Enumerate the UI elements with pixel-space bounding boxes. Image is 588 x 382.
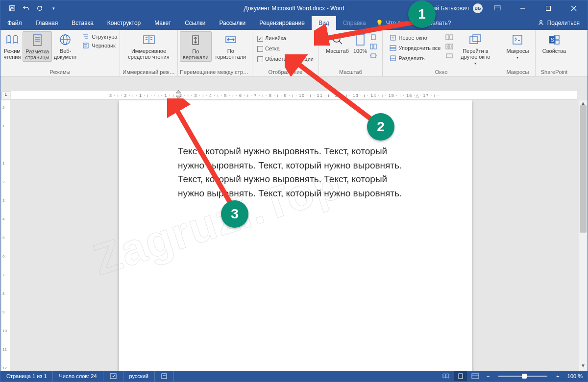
horizontal-page-button[interactable]: По горизонтали <box>212 31 250 61</box>
zoom-slider[interactable] <box>498 376 547 377</box>
views-group-label: Режимы <box>50 69 71 76</box>
annotation-3: 3 <box>221 200 248 228</box>
svg-rect-1 <box>11 6 13 8</box>
sharepoint-icon: S <box>547 32 562 47</box>
zoom-slider-knob[interactable] <box>522 374 527 379</box>
word-count[interactable]: Число слов: 24 <box>53 371 103 382</box>
immersive-reader-button[interactable]: Иммерсивное средство чтения <box>122 31 175 61</box>
ruler-checkbox[interactable]: ✓Линейка <box>256 34 315 43</box>
macros-button[interactable]: Макросы▾ <box>505 31 531 62</box>
properties-button[interactable]: S Свойства <box>540 31 568 55</box>
macros-icon <box>510 32 525 47</box>
user-avatar[interactable]: ВБ <box>473 3 483 13</box>
svg-rect-2 <box>11 9 14 11</box>
tab-design[interactable]: Конструктор <box>100 16 147 30</box>
scrollbar-thumb[interactable] <box>580 105 587 233</box>
zoom-in-icon[interactable]: + <box>553 373 562 379</box>
annotation-2: 2 <box>367 113 394 141</box>
reset-window-icon[interactable] <box>445 52 453 60</box>
web-layout-button[interactable]: Веб-документ <box>52 31 79 61</box>
tab-file[interactable]: Файл <box>0 16 29 30</box>
chevron-down-icon: ▾ <box>474 61 476 67</box>
svg-rect-32 <box>390 48 396 50</box>
close-icon[interactable] <box>563 0 585 16</box>
tab-mailings[interactable]: Рассылки <box>212 16 252 30</box>
svg-rect-51 <box>162 374 167 379</box>
switch-windows-button[interactable]: Перейти в другое окно▾ <box>456 31 494 68</box>
outline-button[interactable]: Структура <box>81 32 118 41</box>
svg-line-56 <box>319 22 415 40</box>
svg-rect-17 <box>83 43 88 48</box>
read-mode-icon <box>5 32 20 47</box>
svg-rect-41 <box>473 35 481 42</box>
sync-scroll-icon[interactable] <box>445 43 453 50</box>
share-button[interactable]: Поделиться <box>530 16 588 30</box>
switch-windows-icon <box>468 32 483 47</box>
qat-customize-icon[interactable]: ▾ <box>49 4 57 12</box>
language-indicator[interactable]: русский <box>123 371 155 382</box>
zoom-out-icon[interactable]: − <box>484 373 492 379</box>
ribbon-display-icon[interactable] <box>487 0 508 16</box>
tab-insert[interactable]: Вставка <box>65 16 100 30</box>
macros-group-label: Макросы <box>507 69 529 76</box>
user-name: ий Батькович <box>433 5 469 12</box>
spell-check-icon[interactable] <box>103 371 123 382</box>
vertical-scrollbar[interactable]: ▲ ▼ <box>579 100 588 371</box>
checkbox-checked-icon: ✓ <box>257 36 263 42</box>
vertical-ruler[interactable]: 21 12 34 56 78 910 1112 <box>1 100 10 371</box>
tab-references[interactable]: Ссылки <box>178 16 212 30</box>
svg-rect-42 <box>513 35 522 44</box>
svg-rect-39 <box>446 54 452 58</box>
page-indicator[interactable]: Страница 1 из 1 <box>0 371 53 382</box>
view-side-by-side-icon[interactable] <box>445 33 453 41</box>
svg-marker-47 <box>176 90 181 93</box>
annotation-arrow-2 <box>285 54 383 128</box>
quick-access-toolbar: ▾ <box>0 4 57 12</box>
title-bar: ▾ Документ Microsoft Word.docx - Word ий… <box>0 0 588 16</box>
svg-line-58 <box>173 103 231 204</box>
svg-text:S: S <box>551 37 554 43</box>
vertical-page-button[interactable]: По вертикали <box>180 31 212 62</box>
split-button[interactable]: Разделить <box>388 54 442 63</box>
svg-rect-6 <box>546 6 551 11</box>
annotation-1: 1 <box>408 0 436 28</box>
sharepoint-group-label: SharePoint <box>541 69 567 76</box>
gridlines-checkbox[interactable]: Сетка <box>256 45 315 53</box>
svg-rect-10 <box>33 35 41 46</box>
window-title: Документ Microsoft Word.docx - Word <box>244 5 344 12</box>
web-layout-view-icon[interactable] <box>469 371 482 381</box>
split-icon <box>389 54 397 62</box>
track-changes-icon[interactable] <box>155 371 174 382</box>
tab-selector[interactable]: L <box>1 92 10 99</box>
chevron-down-icon: ▾ <box>516 55 518 61</box>
save-icon[interactable] <box>8 4 16 12</box>
tab-layout[interactable]: Макет <box>147 16 178 30</box>
annotation-arrow-1 <box>314 21 422 46</box>
vertical-page-icon <box>188 33 203 48</box>
window-group-label: Окно <box>435 69 448 76</box>
svg-rect-50 <box>110 374 116 379</box>
maximize-icon[interactable] <box>538 0 559 16</box>
redo-icon[interactable] <box>36 4 44 12</box>
ribbon-tabs: Файл Главная Вставка Конструктор Макет С… <box>0 16 588 30</box>
web-layout-icon <box>58 32 73 47</box>
document-area[interactable]: Текст, который нужно выровнять. Текст, к… <box>11 100 577 371</box>
svg-rect-31 <box>390 46 396 48</box>
zoom-value[interactable]: 100 % <box>564 373 583 379</box>
undo-icon[interactable] <box>22 4 30 12</box>
annotation-arrow-3 <box>167 98 245 211</box>
svg-point-3 <box>38 6 42 11</box>
print-layout-view-icon[interactable] <box>454 371 467 381</box>
print-layout-button[interactable]: Разметка страницы <box>23 31 51 62</box>
tab-home[interactable]: Главная <box>29 16 65 30</box>
read-mode-button[interactable]: Режим чтения <box>2 31 23 61</box>
scroll-down-icon[interactable]: ▼ <box>579 363 588 371</box>
tab-review[interactable]: Рецензирование <box>252 16 312 30</box>
minimize-icon[interactable] <box>512 0 534 16</box>
svg-rect-4 <box>494 6 500 10</box>
share-icon <box>538 19 544 27</box>
draft-button[interactable]: Черновик <box>81 41 118 50</box>
svg-rect-53 <box>459 374 463 379</box>
app-name: Word <box>330 5 344 12</box>
read-mode-view-icon[interactable] <box>440 371 452 381</box>
